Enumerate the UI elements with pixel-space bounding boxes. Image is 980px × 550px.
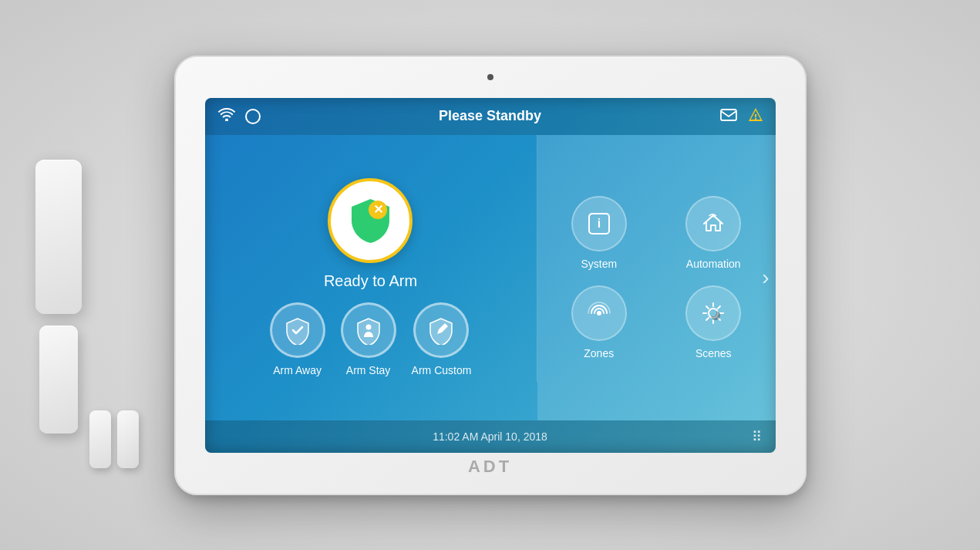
system-button[interactable]: i System bbox=[550, 196, 649, 270]
arm-custom-button[interactable]: Arm Custom bbox=[412, 302, 472, 376]
camera-dot bbox=[487, 74, 493, 80]
arm-away-circle bbox=[270, 302, 325, 358]
automation-button[interactable]: Automation bbox=[664, 196, 763, 270]
sensor-short bbox=[39, 326, 78, 434]
arm-stay-button[interactable]: Arm Stay bbox=[341, 302, 396, 376]
arm-custom-label: Arm Custom bbox=[412, 364, 472, 376]
svg-line-12 bbox=[706, 306, 709, 309]
svg-point-3 bbox=[365, 325, 371, 330]
svg-line-15 bbox=[706, 318, 709, 320]
scenes-button[interactable]: Scenes bbox=[664, 285, 763, 359]
status-circle-icon bbox=[245, 109, 261, 124]
arm-buttons-row: Arm Away bbox=[270, 302, 472, 376]
main-content: ✕ Ready to Arm bbox=[205, 135, 776, 420]
sensors-bottom bbox=[89, 410, 139, 468]
status-icons-right bbox=[720, 107, 763, 126]
adt-panel-wrapper: Please Standby bbox=[174, 56, 807, 495]
ready-to-arm-label: Ready to Arm bbox=[324, 272, 417, 290]
arm-away-label: Arm Away bbox=[273, 364, 322, 376]
scenes-label: Scenes bbox=[695, 347, 732, 359]
system-circle: i bbox=[571, 196, 627, 251]
alert-icon[interactable] bbox=[748, 107, 763, 126]
adt-brand-label: ADT bbox=[468, 457, 512, 477]
automation-label: Automation bbox=[686, 258, 741, 270]
right-grid: i System bbox=[550, 196, 763, 359]
grid-dots-icon[interactable]: ⠿ bbox=[752, 428, 763, 445]
wifi-icon bbox=[217, 107, 236, 125]
svg-text:✕: ✕ bbox=[372, 203, 382, 216]
chevron-right-icon[interactable]: › bbox=[762, 265, 769, 290]
svg-text:i: i bbox=[598, 217, 601, 230]
system-label: System bbox=[581, 258, 617, 270]
screen: Please Standby bbox=[205, 98, 776, 453]
svg-line-14 bbox=[718, 306, 720, 309]
arm-stay-circle bbox=[341, 302, 396, 358]
svg-rect-0 bbox=[721, 110, 736, 120]
svg-point-6 bbox=[597, 311, 601, 315]
zones-label: Zones bbox=[584, 347, 614, 359]
status-icons-left bbox=[217, 107, 261, 125]
zones-circle bbox=[571, 285, 627, 341]
arm-stay-label: Arm Stay bbox=[346, 364, 391, 376]
shield-circle: ✕ bbox=[328, 178, 413, 263]
ready-to-arm-button[interactable]: ✕ Ready to Arm bbox=[324, 178, 417, 290]
status-title: Please Standby bbox=[439, 108, 541, 124]
bottom-bar: 11:02 AM April 10, 2018 ⠿ bbox=[205, 420, 776, 453]
arm-away-button[interactable]: Arm Away bbox=[270, 302, 325, 376]
message-icon[interactable] bbox=[720, 109, 737, 124]
scenes-circle bbox=[685, 285, 741, 341]
timestamp: 11:02 AM April 10, 2018 bbox=[433, 430, 547, 443]
sensor-tall bbox=[35, 160, 82, 314]
arm-custom-circle bbox=[413, 302, 469, 358]
automation-circle bbox=[685, 196, 741, 251]
status-bar: Please Standby bbox=[205, 98, 776, 135]
left-panel: ✕ Ready to Arm bbox=[205, 135, 537, 420]
sensor-small-1 bbox=[89, 410, 111, 468]
sensor-small-2 bbox=[117, 410, 139, 468]
right-panel: i System bbox=[537, 135, 776, 420]
zones-button[interactable]: Zones bbox=[550, 285, 649, 359]
sensors-left bbox=[35, 160, 82, 434]
adt-panel: Please Standby bbox=[174, 56, 807, 495]
